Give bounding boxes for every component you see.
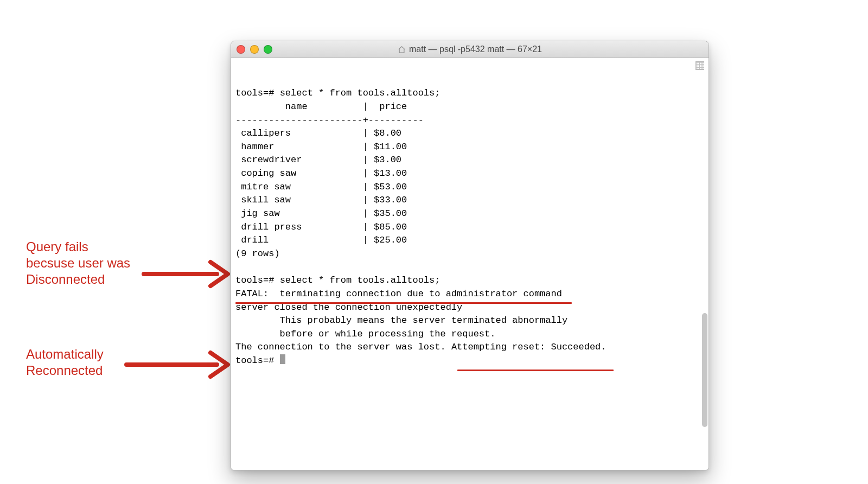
arrow-icon (124, 343, 233, 386)
scrollbar-thumb[interactable] (702, 313, 707, 427)
arrow-icon (141, 252, 233, 296)
terminal-corner-icon (695, 61, 704, 70)
cell-price: $3.00 (374, 155, 401, 165)
window-title-text: matt — psql -p5432 matt — 67×21 (409, 44, 542, 54)
window-titlebar: matt — psql -p5432 matt — 67×21 (231, 41, 709, 58)
explain-line: before or while processing the request. (235, 329, 495, 339)
zoom-button[interactable] (264, 45, 272, 54)
cell-name: mitre saw (241, 182, 291, 192)
terminal-output[interactable]: tools=# select * from tools.alltools; na… (231, 58, 709, 470)
cell-name: hammer (241, 142, 274, 152)
traffic-lights (237, 45, 272, 54)
cell-price: $85.00 (374, 222, 407, 232)
cell-price: $11.00 (374, 142, 407, 152)
prompt: tools=# (235, 355, 274, 366)
cell-price: $8.00 (374, 128, 401, 138)
explain-line: This probably means the server terminate… (235, 315, 567, 326)
cell-price: $53.00 (374, 182, 407, 192)
home-icon (398, 46, 406, 54)
fatal-line: FATAL: terminating connection due to adm… (235, 289, 562, 299)
annotation-query-fails: Query failsbecsuse user wasDisconnected (26, 239, 130, 288)
col-price-header: price (379, 101, 407, 112)
prompt: tools=# (235, 88, 274, 98)
cell-name: screwdriver (241, 155, 302, 165)
red-underline (457, 370, 614, 371)
prompt: tools=# (235, 275, 274, 285)
row-count: (9 rows) (235, 249, 280, 259)
cell-price: $25.00 (374, 235, 407, 245)
sql-query: select * from tools.alltools; (280, 275, 441, 285)
cell-name: jig saw (241, 208, 279, 219)
col-name-header: name (285, 101, 308, 112)
cell-name: callipers (241, 128, 291, 138)
cell-name: drill (241, 235, 269, 245)
cell-name: skill saw (241, 195, 291, 205)
reset-highlight: Attempting reset: Succeeded. (451, 342, 607, 352)
cell-name: drill press (241, 222, 302, 232)
cursor-icon (280, 354, 285, 364)
cell-price: $33.00 (374, 195, 407, 205)
cell-price: $35.00 (374, 208, 407, 219)
window-title: matt — psql -p5432 matt — 67×21 (231, 44, 709, 54)
scrollbar[interactable] (702, 291, 707, 467)
cell-name: coping saw (241, 168, 296, 179)
reset-line-prefix: The connection to the server was lost. (235, 342, 451, 352)
cell-price: $13.00 (374, 168, 407, 179)
terminal-window: matt — psql -p5432 matt — 67×21 tools=# … (231, 41, 709, 470)
annotation-auto-reconnect: AutomaticallyReconnected (26, 346, 104, 379)
red-underline (235, 302, 572, 304)
sql-query: select * from tools.alltools; (280, 88, 441, 98)
minimize-button[interactable] (250, 45, 259, 54)
close-button[interactable] (237, 45, 245, 54)
